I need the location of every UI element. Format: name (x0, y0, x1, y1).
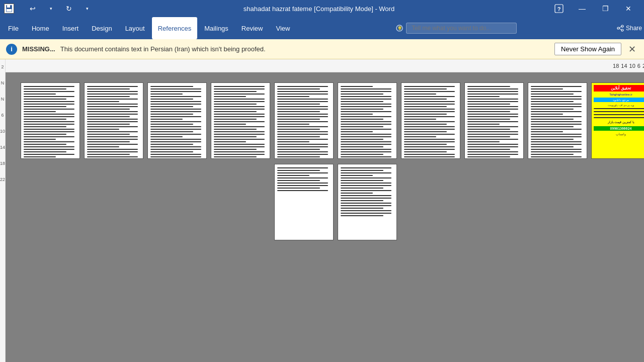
ad-wasap: واتساپ (594, 132, 644, 136)
ribbon-search-area: 💡 (297, 23, 616, 34)
tell-me-input[interactable] (406, 23, 517, 34)
share-icon (617, 25, 624, 32)
svg-line-10 (619, 27, 621, 28)
page-thumb-1[interactable] (21, 82, 80, 159)
search-bulb-icon: 💡 (396, 25, 403, 32)
ad-file-type: ورد، پی دی اف - پاورپوینت (594, 104, 644, 107)
window-controls: ? — ❐ ✕ (547, 0, 640, 17)
undo-dropdown-button[interactable]: ▾ (47, 0, 54, 17)
page-thumb-10-ad[interactable]: تحقیق آنلاین Tahghighonline.ir مرجع دانل… (591, 82, 644, 159)
notification-icon: i (6, 44, 17, 55)
tab-references[interactable]: References (152, 17, 197, 39)
notification-close-button[interactable]: ✕ (626, 44, 638, 55)
share-button[interactable]: Share (617, 25, 642, 32)
minimize-button[interactable]: — (571, 0, 594, 17)
svg-text:?: ? (557, 6, 561, 12)
svg-rect-1 (7, 5, 10, 8)
notification-bar: i MISSING... This document contains text… (0, 39, 644, 59)
page-thumb-2[interactable] (84, 82, 143, 159)
svg-rect-2 (7, 9, 12, 12)
redo-button[interactable]: ↻ (57, 0, 80, 17)
page-thumb-12[interactable] (338, 164, 397, 240)
page-thumb-11[interactable] (274, 164, 334, 240)
left-ruler: 2 N N 6 10 14 18 22 (0, 59, 6, 362)
tab-layout[interactable]: Layout (119, 17, 151, 39)
page-thumb-3[interactable] (147, 82, 207, 159)
horizontal-ruler: 18 14 10 6 2 ✕ (6, 59, 644, 72)
svg-point-8 (617, 27, 619, 29)
tab-file[interactable]: File (2, 17, 25, 39)
tab-home[interactable]: Home (26, 17, 55, 39)
tab-insert[interactable]: Insert (56, 17, 85, 39)
tab-design[interactable]: Design (86, 17, 118, 39)
notification-message: This document contains text in Persian (… (60, 45, 549, 53)
page-thumb-8[interactable] (464, 82, 524, 159)
undo-button[interactable]: ↩ (21, 0, 44, 17)
page-thumb-7[interactable] (401, 82, 460, 159)
ad-site: Tahghighonline.ir (594, 93, 644, 96)
ad-title: تحقیق آنلاین (594, 85, 644, 92)
save-icon[interactable] (4, 4, 14, 14)
svg-point-9 (621, 29, 623, 31)
quick-access-dropdown[interactable]: ▾ (84, 0, 91, 17)
missing-label: MISSING... (22, 45, 55, 53)
close-button[interactable]: ✕ (617, 0, 640, 17)
ribbon: File Home Insert Design Layout Reference… (0, 17, 644, 39)
ad-download: مرجع دانلـود (594, 98, 644, 102)
title-bar: ↩ ▾ ↻ ▾ shahadat hazrat fateme [Compatib… (0, 0, 644, 17)
tab-view[interactable]: View (270, 17, 296, 39)
page-thumb-5[interactable] (274, 82, 334, 159)
page-thumb-4[interactable] (211, 82, 270, 159)
page-row-2 (274, 164, 397, 240)
tab-mailings[interactable]: Mailings (198, 17, 234, 39)
restore-button[interactable]: ❐ (594, 0, 617, 17)
svg-point-7 (621, 25, 623, 27)
share-label: Share (626, 25, 642, 32)
never-show-again-button[interactable]: Never Show Again (554, 43, 621, 55)
tab-review[interactable]: Review (235, 17, 269, 39)
svg-text:💡: 💡 (397, 26, 403, 32)
document-title: shahadat hazrat fateme [Compatibility Mo… (91, 5, 547, 13)
title-bar-controls: ↩ ▾ ↻ ▾ (4, 0, 91, 17)
page-thumb-9[interactable] (528, 82, 587, 159)
ad-market: با کمترین قیمت بازار (594, 120, 644, 124)
page-row-1: تحقیق آنلاین Tahghighonline.ir مرجع دانل… (21, 82, 644, 159)
ruler-numbers: 18 14 10 6 2 ✕ (613, 62, 644, 70)
svg-line-11 (619, 29, 621, 30)
ad-phone: 09981366624 (594, 126, 644, 131)
document-area[interactable]: تحقیق آنلاین Tahghighonline.ir مرجع دانل… (6, 72, 644, 362)
help-button[interactable]: ? (547, 0, 571, 17)
page-thumb-6[interactable] (338, 82, 397, 159)
